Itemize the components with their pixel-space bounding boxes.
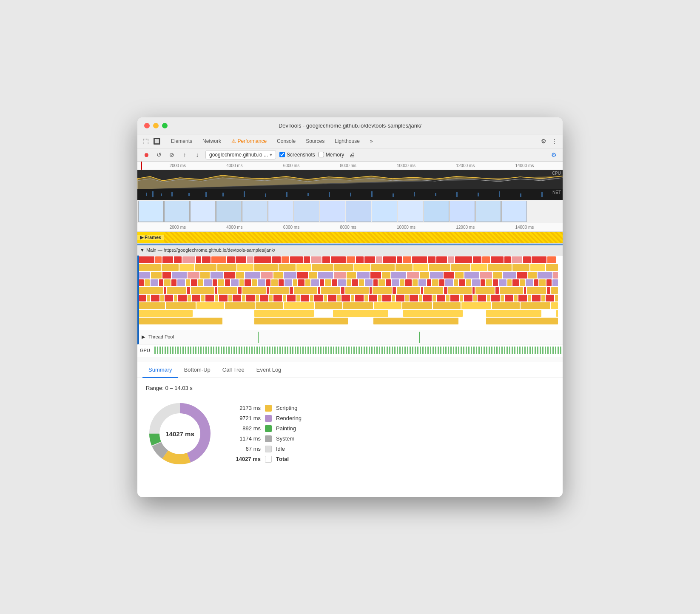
url-dropdown-icon[interactable]: ▾ [270, 152, 272, 158]
net-row: NET [137, 189, 563, 200]
selection-indicator [137, 244, 563, 245]
svg-rect-95 [273, 272, 283, 279]
tab-elements[interactable]: Elements [167, 136, 196, 146]
svg-rect-166 [454, 279, 458, 286]
main-label: Main — https://googlechrome.github.io/de… [146, 247, 275, 253]
svg-rect-173 [499, 279, 507, 286]
svg-rect-372 [325, 347, 327, 354]
ruler-mark-1: 2000 ms [170, 163, 186, 168]
tab-event-log[interactable]: Event Log [250, 362, 287, 378]
svg-rect-123 [164, 279, 171, 286]
svg-rect-239 [301, 295, 309, 301]
capture-settings-button[interactable]: ⚙ [549, 150, 558, 159]
svg-rect-81 [512, 264, 529, 271]
svg-rect-277 [137, 302, 165, 309]
svg-rect-149 [338, 279, 346, 286]
svg-rect-16 [414, 192, 415, 196]
summary-content: Range: 0 – 14.03 s [137, 378, 563, 497]
time-ruler-bottom: 2000 ms 4000 ms 6000 ms 8000 ms 10000 ms… [137, 223, 563, 232]
system-label: System [276, 435, 294, 442]
svg-rect-138 [266, 279, 270, 286]
svg-rect-284 [343, 302, 373, 309]
settings-icon[interactable]: ⚙ [539, 136, 548, 146]
svg-rect-68 [254, 264, 278, 271]
svg-rect-341 [246, 347, 248, 354]
cursor-icon[interactable]: ⬚ [141, 136, 150, 146]
svg-rect-63 [162, 264, 179, 271]
flame-chart[interactable]: // We'll just use inline SVG rects [137, 256, 563, 330]
svg-rect-264 [473, 295, 477, 301]
svg-rect-157 [392, 279, 399, 286]
svg-rect-70 [296, 264, 311, 271]
svg-rect-337 [236, 347, 237, 354]
svg-rect-172 [493, 279, 498, 286]
scripting-swatch [265, 405, 272, 412]
svg-rect-134 [239, 279, 244, 286]
capture-settings-icon[interactable]: 🖨 [347, 150, 357, 159]
svg-rect-315 [180, 347, 181, 354]
svg-rect-452 [529, 347, 531, 354]
scripting-label: Scripting [276, 405, 298, 411]
tab-sources[interactable]: Sources [302, 136, 329, 146]
svg-rect-52 [448, 256, 454, 263]
svg-rect-236 [283, 295, 286, 301]
svg-rect-177 [526, 279, 533, 286]
main-section-header: ▼ Main — https://googlechrome.github.io/… [137, 245, 563, 256]
tab-console[interactable]: Console [273, 136, 300, 146]
main-triangle: ▼ [140, 247, 145, 253]
maximize-button[interactable] [162, 123, 168, 128]
svg-rect-244 [337, 295, 341, 301]
svg-rect-99 [318, 272, 333, 279]
svg-rect-271 [518, 295, 527, 301]
svg-rect-40 [322, 256, 330, 263]
svg-rect-163 [432, 279, 438, 286]
close-button[interactable] [144, 123, 150, 128]
summary-body: 14027 ms 2173 ms Scripting 9721 ms Rende… [146, 400, 554, 468]
tab-bottom-up[interactable]: Bottom-Up [178, 362, 216, 378]
tab-more[interactable]: » [366, 136, 377, 146]
svg-rect-139 [271, 279, 278, 286]
inspect-icon[interactable]: 🔲 [152, 136, 161, 146]
svg-rect-347 [262, 347, 263, 354]
svg-rect-165 [445, 279, 453, 286]
upload-button[interactable]: ↑ [180, 150, 189, 159]
svg-rect-142 [293, 279, 297, 286]
screenshots-row[interactable] [137, 200, 563, 223]
svg-rect-87 [172, 272, 187, 279]
svg-rect-25 [162, 256, 173, 263]
svg-rect-327 [211, 347, 212, 354]
svg-rect-268 [501, 295, 504, 301]
idle-value: 67 ms [231, 446, 261, 452]
download-button[interactable]: ↓ [193, 150, 202, 159]
svg-rect-426 [463, 347, 464, 354]
clear-button[interactable]: ⊘ [167, 150, 176, 159]
svg-rect-420 [448, 347, 449, 354]
svg-rect-37 [290, 256, 303, 263]
tab-summary[interactable]: Summary [142, 362, 178, 378]
svg-rect-167 [459, 279, 465, 286]
svg-rect-375 [333, 347, 334, 354]
svg-rect-36 [282, 256, 289, 263]
screenshots-checkbox[interactable] [279, 152, 285, 157]
memory-checkbox[interactable] [319, 152, 324, 157]
svg-rect-147 [325, 279, 331, 286]
more-icon[interactable]: ⋮ [550, 136, 559, 146]
svg-rect-412 [427, 347, 429, 354]
tab-lighthouse[interactable]: Lighthouse [330, 136, 364, 146]
tab-network[interactable]: Network [198, 136, 225, 146]
ruler2-mark-3: 6000 ms [283, 225, 299, 230]
total-label: Total [276, 456, 289, 462]
svg-rect-164 [439, 279, 444, 286]
svg-rect-59 [523, 256, 531, 263]
svg-rect-285 [374, 302, 401, 309]
tab-performance[interactable]: ⚠ Performance [227, 136, 271, 146]
svg-rect-161 [418, 279, 426, 286]
svg-rect-445 [512, 347, 513, 354]
tab-call-tree[interactable]: Call Tree [216, 362, 250, 378]
record-button[interactable]: ⏺ [142, 150, 151, 159]
reload-button[interactable]: ↺ [154, 150, 164, 159]
svg-rect-150 [347, 279, 351, 286]
svg-rect-308 [162, 347, 163, 354]
svg-rect-369 [318, 347, 319, 354]
minimize-button[interactable] [153, 123, 159, 128]
